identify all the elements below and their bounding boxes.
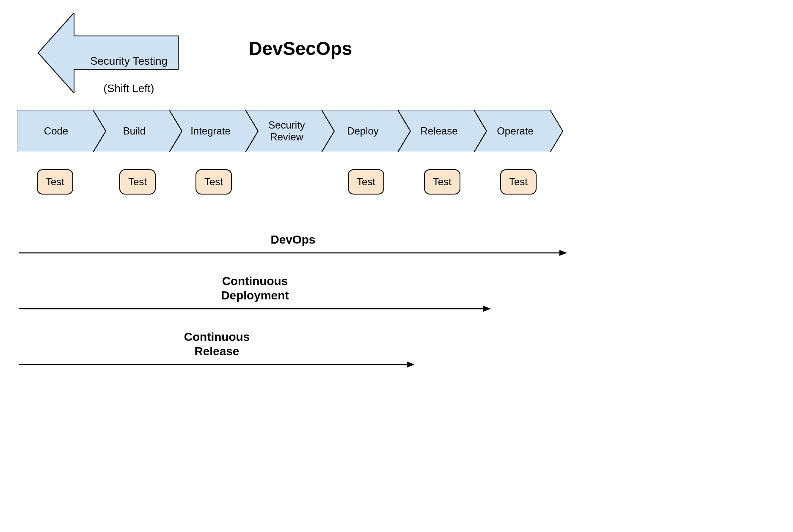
svg-marker-12: [407, 362, 415, 367]
flow-label: DevOps: [19, 233, 567, 247]
pipeline-stage-label: Security Review: [245, 110, 334, 152]
pipeline-stage: Security Review: [245, 110, 334, 152]
pipeline-stage-label: Release: [398, 110, 487, 152]
flow-label: Continuous Deployment: [19, 274, 491, 302]
pipeline-stage: Deploy: [322, 110, 410, 152]
shift-left-arrow-label: Security Testing (Shift Left): [68, 40, 178, 109]
svg-marker-10: [483, 306, 491, 312]
test-box: Test: [195, 169, 232, 195]
pipeline-stage: Integrate: [169, 110, 258, 152]
pipeline-stage-label: Integrate: [169, 110, 258, 152]
test-box: Test: [348, 169, 384, 195]
test-box: Test: [500, 169, 537, 195]
pipeline-row: CodeBuildIntegrateSecurity ReviewDeployR…: [17, 110, 550, 152]
shift-left-line1: Security Testing: [90, 55, 168, 67]
flow-label: Continuous Release: [19, 330, 415, 358]
flow-arrow-icon: [19, 360, 415, 369]
svg-marker-8: [559, 250, 567, 256]
test-box: Test: [119, 169, 156, 195]
flow-arrow-icon: [19, 249, 567, 257]
pipeline-stage-label: Code: [17, 110, 106, 152]
flow-arrow-icon: [19, 304, 491, 313]
pipeline-stage-label: Build: [93, 110, 182, 152]
pipeline-stage-label: Operate: [474, 110, 563, 152]
shift-left-line2: (Shift Left): [103, 82, 154, 95]
pipeline-stage: Code: [17, 110, 106, 152]
pipeline-stage: Operate: [474, 110, 563, 152]
test-box: Test: [424, 169, 460, 195]
pipeline-stage: Release: [398, 110, 487, 152]
diagram-title: DevSecOps: [237, 38, 364, 59]
pipeline-stage-label: Deploy: [322, 110, 410, 152]
test-box: Test: [37, 169, 73, 195]
pipeline-stage: Build: [93, 110, 182, 152]
diagram-canvas: Security Testing (Shift Left) DevSecOps …: [0, 0, 793, 532]
